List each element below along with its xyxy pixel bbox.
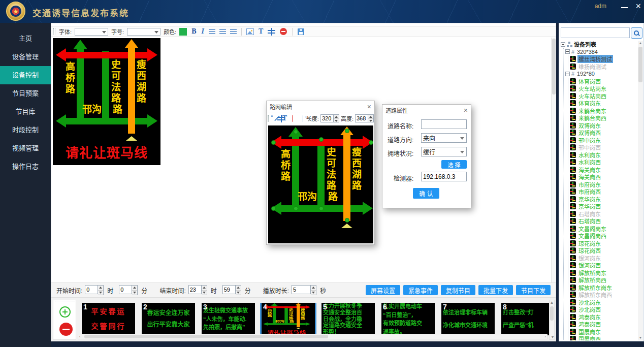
close-icon[interactable]: × <box>635 1 641 11</box>
end-minute-spinner[interactable] <box>236 285 241 295</box>
vscroll-thumb[interactable] <box>550 306 554 321</box>
canvas-scrollbar[interactable] <box>551 38 556 282</box>
device-tree-item[interactable]: 国展岗东 <box>570 328 638 336</box>
device-tree-item[interactable]: 石塔岗西 <box>570 217 638 225</box>
edit-handle[interactable] <box>294 206 298 211</box>
font-size-select[interactable] <box>127 28 160 36</box>
detector-input[interactable] <box>421 172 467 181</box>
device-tree-item[interactable]: 体育岗东 <box>570 100 638 107</box>
toolbar-grip[interactable] <box>53 28 55 35</box>
device-tree-item[interactable]: 体育岗西 <box>570 78 638 85</box>
sidebar-item-主页[interactable]: 主页 <box>0 29 51 48</box>
add-frame-icon[interactable] <box>59 306 71 318</box>
select-button[interactable]: 选 择 <box>441 160 467 169</box>
sidebar-item-节目预案[interactable]: 节目预案 <box>0 84 51 103</box>
props-close-icon[interactable]: × <box>464 107 468 114</box>
device-tree-item[interactable]: 京华岗西 <box>570 203 638 210</box>
confirm-button[interactable]: 确 认 <box>413 188 439 199</box>
end-hour-spinner[interactable] <box>202 285 207 295</box>
props-dialog-titlebar[interactable]: 道路属性 × <box>382 105 471 115</box>
roadnet-close-icon[interactable]: × <box>367 103 371 110</box>
scroll-down-icon[interactable]: ▼ <box>551 335 555 339</box>
device-tree-item[interactable]: 琼花岗东 <box>570 240 638 247</box>
roadnet-canvas[interactable]: 高桥路史可法路瘦西湖路邗沟路 <box>268 125 373 243</box>
start-hour-spinner[interactable] <box>98 285 104 295</box>
filmstrip-grip[interactable] <box>55 301 75 302</box>
program-thumbnail-7[interactable]: 依法治理非标车辆净化城市交通环境7 <box>441 303 495 335</box>
tree-expand-icon[interactable] <box>565 72 570 76</box>
congestion-select[interactable]: 缓行 <box>421 147 467 156</box>
start-hour-input[interactable] <box>85 285 98 294</box>
sidebar-item-视频管理[interactable]: 视频管理 <box>0 139 51 157</box>
device-tree-item[interactable]: 银河岗西 <box>570 262 638 269</box>
tree-group-row[interactable]: 192*80 <box>565 70 638 78</box>
device-tree-item[interactable]: 螺丝湾桥测试 <box>570 55 638 63</box>
save-icon[interactable] <box>298 28 304 35</box>
device-tree-item[interactable]: 解放桥岗西 <box>570 276 638 284</box>
device-tree-item[interactable]: 双博岗东 <box>570 122 638 130</box>
tree-scrollbar[interactable]: ▲ ▼ <box>638 41 643 340</box>
tree-scroll-thumb[interactable] <box>638 47 642 82</box>
color-swatch[interactable] <box>179 28 187 36</box>
device-tree-item[interactable]: 火车站岗西 <box>570 92 638 100</box>
device-tree-item[interactable]: 石塔岗东 <box>570 210 638 218</box>
edit-handle[interactable] <box>319 137 324 142</box>
device-tree-item[interactable]: 火车站岗东 <box>570 85 638 92</box>
device-tree-item[interactable]: 海关岗西 <box>570 173 638 181</box>
scroll-down-icon[interactable]: ▼ <box>638 335 643 340</box>
action-button-紧急事件[interactable]: 紧急事件 <box>403 285 438 295</box>
action-button-节目下发[interactable]: 节目下发 <box>516 285 551 295</box>
device-tree-item[interactable]: 沙北岗东 <box>570 299 638 306</box>
edit-handle[interactable] <box>271 206 276 211</box>
device-tree-item[interactable]: 来鹤台岗东 <box>570 107 638 115</box>
device-tree-item[interactable]: 海关岗东 <box>570 166 638 174</box>
scroll-up-icon[interactable]: ▲ <box>550 300 554 305</box>
duration-input[interactable] <box>292 285 311 294</box>
length-input[interactable] <box>320 114 334 122</box>
minimize-icon[interactable] <box>621 7 628 8</box>
hscroll-thumb[interactable] <box>84 335 328 338</box>
program-thumbnail-8[interactable]: 打击整改“灯严查严惩“机8 <box>501 303 550 335</box>
device-tree-item[interactable]: 文昌阁岗东 <box>570 225 638 233</box>
sign-preview[interactable]: 高桥路史可法路瘦西湖路邗沟路请礼让斑马线 <box>53 38 160 165</box>
align-center-icon[interactable] <box>219 29 226 34</box>
scroll-left-icon[interactable]: ‹ <box>79 335 81 339</box>
device-tree-item[interactable]: 水利岗东 <box>570 151 638 159</box>
height-spinner[interactable] <box>368 114 374 122</box>
align-left-icon[interactable] <box>209 29 215 34</box>
start-minute-spinner[interactable] <box>132 285 138 295</box>
tree-expand-icon[interactable] <box>565 49 570 54</box>
start-minute-input[interactable] <box>119 285 132 294</box>
device-tree-item[interactable]: 银河岗东 <box>570 255 638 262</box>
end-minute-input[interactable] <box>222 285 236 294</box>
device-tree-item[interactable]: 维扬岗测试 <box>570 63 638 71</box>
device-tree-item[interactable]: 解放桥岗东 <box>570 269 638 277</box>
align-right-icon[interactable] <box>230 29 237 34</box>
program-thumbnail-5[interactable]: 大力开展秋冬季交通安全整治百日会战，全力稳定道路交通安全形势！5 <box>321 303 375 335</box>
tree-group-row[interactable]: 320*384 <box>565 48 638 56</box>
search-button[interactable] <box>631 27 642 39</box>
device-tree-item[interactable]: 市府岗东 <box>570 181 638 188</box>
device-tree-item[interactable]: 来鹤台岗西 <box>570 114 638 122</box>
program-thumbnail-3[interactable]: 发生轻微交通事故“人未伤，车能动.先拍照，后撤离”3 <box>202 303 255 335</box>
edit-handle[interactable] <box>345 129 349 133</box>
edit-handle[interactable] <box>294 130 298 134</box>
device-tree-item[interactable]: 解放桥东岗东 <box>570 284 638 292</box>
remove-frame-icon[interactable] <box>59 323 73 336</box>
scroll-up-icon[interactable]: ▲ <box>639 41 642 45</box>
program-thumbnail-1[interactable]: 平安春运交警同行1 <box>82 303 135 335</box>
edit-handle[interactable] <box>369 140 373 145</box>
end-hour-input[interactable] <box>188 285 202 294</box>
sidebar-item-节目库[interactable]: 节目库 <box>0 103 51 121</box>
device-tree-item[interactable]: 双博岗西 <box>570 129 638 137</box>
filmstrip-vscrollbar[interactable]: ▲ ▼ <box>549 300 555 340</box>
device-tree-item[interactable]: 鸿泰岗东 <box>570 313 638 321</box>
insert-image-icon[interactable] <box>246 28 254 35</box>
toolbar-grip[interactable] <box>268 115 269 122</box>
length-spinner[interactable] <box>334 114 339 122</box>
text-tool-icon[interactable]: T <box>259 27 263 36</box>
tree-expand-icon[interactable] <box>561 42 565 47</box>
device-tree-item[interactable]: 鸿泰岗西 <box>570 321 638 328</box>
device-tree-item[interactable]: 沙北岗西 <box>570 306 638 313</box>
sidebar-item-设备管理[interactable]: 设备管理 <box>0 48 51 66</box>
